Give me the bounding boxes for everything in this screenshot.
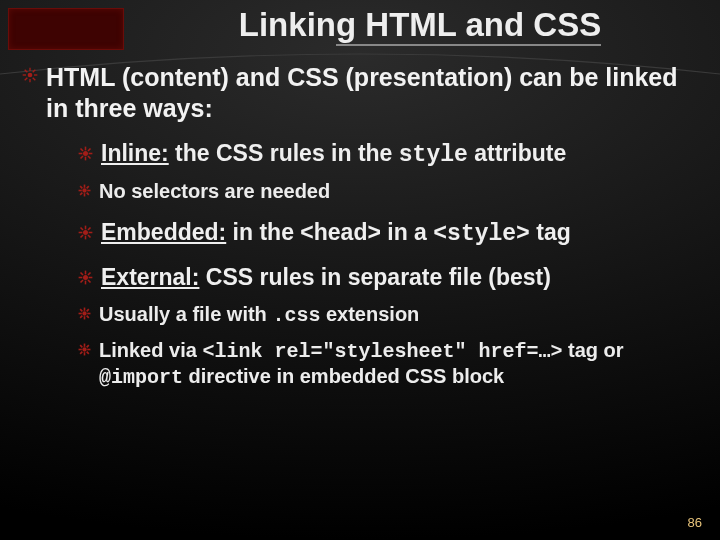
svg-line-53 <box>80 315 82 317</box>
svg-line-17 <box>81 156 84 159</box>
t: in the <head> in a <box>226 219 433 245</box>
svg-line-35 <box>81 235 84 238</box>
burst-icon <box>78 184 91 197</box>
svg-line-15 <box>88 156 91 159</box>
svg-point-18 <box>82 189 86 193</box>
svg-point-0 <box>28 73 33 78</box>
t: Usually a file with <box>99 303 272 325</box>
page-number: 86 <box>688 515 702 530</box>
svg-line-60 <box>87 351 89 353</box>
t: directive in embedded CSS block <box>183 365 504 387</box>
svg-line-34 <box>88 228 91 231</box>
slide-title: Linking HTML and CSS <box>0 6 720 44</box>
t: the CSS rules in the <box>169 140 399 166</box>
bullet-inline-sub-text: No selectors are needed <box>99 179 330 204</box>
svg-line-44 <box>81 280 84 283</box>
svg-line-23 <box>80 186 82 188</box>
svg-line-7 <box>33 70 36 73</box>
title-prefix: Linkin <box>239 6 336 43</box>
t: extension <box>320 303 419 325</box>
burst-icon <box>78 146 93 161</box>
svg-line-43 <box>88 273 91 276</box>
svg-line-14 <box>81 148 84 151</box>
bullet-external-sub2-text: Linked via <link rel="stylesheet" href=…… <box>99 338 698 390</box>
t: tag or <box>562 339 623 361</box>
code-link-tag: <link rel="stylesheet" href=…> <box>202 340 562 363</box>
svg-line-32 <box>81 228 84 231</box>
t: Linked via <box>99 339 202 361</box>
label-inline: Inline: <box>101 140 169 166</box>
svg-line-25 <box>87 186 89 188</box>
svg-line-50 <box>80 309 82 311</box>
bullet-embedded: Embedded: in the <head> in a <style> tag <box>50 218 698 249</box>
svg-point-36 <box>83 275 88 280</box>
bullet-inline-sub: No selectors are needed <box>78 179 698 204</box>
bullet-external: External: CSS rules in separate file (be… <box>50 263 698 292</box>
t: CSS rules in separate file (best) <box>199 264 551 290</box>
code-style-tag: <style> <box>433 221 530 247</box>
svg-line-8 <box>25 78 28 81</box>
svg-line-6 <box>33 78 36 81</box>
bullet-top-text: HTML (content) and CSS (presentation) ca… <box>46 62 698 125</box>
bullet-top-rest: (content) and CSS (presentation) can be … <box>46 63 678 122</box>
bullet-external-sub1: Usually a file with .css extension <box>78 302 698 328</box>
word-html: HTML <box>46 63 115 91</box>
code-import: @import <box>99 366 183 389</box>
svg-line-62 <box>80 351 82 353</box>
bullet-inline-text: Inline: the CSS rules in the style attri… <box>101 139 566 170</box>
bullet-embedded-text: Embedded: in the <head> in a <style> tag <box>101 218 571 249</box>
t: attribute <box>468 140 566 166</box>
svg-point-27 <box>83 230 88 235</box>
svg-line-16 <box>88 148 91 151</box>
svg-point-9 <box>83 151 88 156</box>
svg-line-51 <box>87 315 89 317</box>
burst-icon <box>78 343 91 356</box>
code-style: style <box>399 142 468 168</box>
svg-line-41 <box>81 273 84 276</box>
svg-point-54 <box>82 347 86 351</box>
svg-line-24 <box>87 193 89 195</box>
burst-icon <box>78 225 93 240</box>
svg-line-33 <box>88 235 91 238</box>
label-embedded: Embedded: <box>101 219 226 245</box>
bullet-external-text: External: CSS rules in separate file (be… <box>101 263 551 292</box>
burst-icon <box>78 307 91 320</box>
slide: Linking HTML and CSS HTML (content) and … <box>0 0 720 540</box>
svg-line-5 <box>25 70 28 73</box>
bullet-inline: Inline: the CSS rules in the style attri… <box>50 139 698 170</box>
label-external: External: <box>101 264 199 290</box>
svg-line-26 <box>80 193 82 195</box>
svg-point-45 <box>82 311 86 315</box>
bullet-external-sub2: Linked via <link rel="stylesheet" href=…… <box>78 338 698 390</box>
code-css-ext: .css <box>272 304 320 327</box>
bullet-external-sub1-text: Usually a file with .css extension <box>99 302 419 328</box>
title-underlined: g HTML and CSS <box>336 6 601 46</box>
t: tag <box>530 219 571 245</box>
svg-line-61 <box>87 345 89 347</box>
svg-line-42 <box>88 280 91 283</box>
svg-line-52 <box>87 309 89 311</box>
svg-line-59 <box>80 345 82 347</box>
burst-icon <box>78 270 93 285</box>
bullet-top: HTML (content) and CSS (presentation) ca… <box>22 62 698 125</box>
content-area: HTML (content) and CSS (presentation) ca… <box>22 62 698 400</box>
burst-icon <box>22 67 38 83</box>
